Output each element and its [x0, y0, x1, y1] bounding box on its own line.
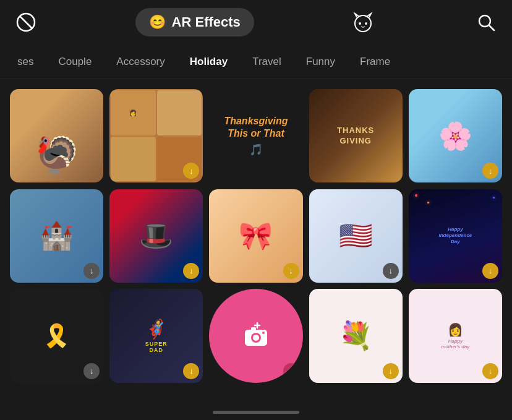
ar-effects-label: AR Effects — [172, 14, 241, 30]
search-button[interactable] — [472, 9, 500, 36]
category-item-funny[interactable]: Funny — [295, 51, 346, 73]
svg-point-3 — [359, 22, 361, 25]
effects-grid: 🦃 👩 ↓ ThanksgivingThis or That 🎵 THANKSG… — [0, 79, 512, 420]
cat-icon-btn[interactable] — [349, 9, 377, 36]
header: 😊 AR Effects — [0, 0, 512, 45]
download-badge[interactable]: ↓ — [83, 363, 100, 379]
card-title: ThanksgivingThis or That — [224, 115, 288, 139]
list-item[interactable]: 🦃 — [10, 89, 103, 182]
download-badge[interactable]: ↓ — [83, 263, 100, 279]
category-item-poses[interactable]: ses — [6, 51, 45, 73]
download-badge[interactable]: ↓ — [383, 363, 399, 379]
download-badge[interactable]: ↓ — [482, 363, 498, 379]
svg-point-2 — [355, 15, 371, 32]
list-item[interactable]: 🎗️ ↓ — [10, 289, 103, 382]
list-item[interactable]: THANKSGIVING — [309, 89, 403, 182]
download-badge[interactable]: ↓ — [482, 163, 498, 179]
thanks-giving-text: THANKSGIVING — [337, 126, 374, 147]
list-item[interactable]: HappyIndependenceDay ↓ — [409, 189, 502, 283]
search-icon — [476, 12, 496, 32]
list-item[interactable]: 🏰 ↓ — [10, 189, 103, 283]
download-badge[interactable]: ↓ — [183, 363, 199, 379]
list-item[interactable]: 🦸 SUPERDAD ↓ — [109, 289, 203, 382]
category-item-travel[interactable]: Travel — [241, 51, 292, 73]
download-badge[interactable]: ↓ — [283, 263, 299, 279]
download-badge[interactable]: ↓ — [482, 263, 498, 279]
list-item[interactable]: 💐 ↓ — [309, 289, 403, 382]
no-icon — [16, 12, 36, 32]
svg-point-9 — [253, 335, 259, 341]
download-badge[interactable]: ↓ — [183, 263, 199, 279]
category-item-accessory[interactable]: Accessory — [105, 51, 176, 73]
svg-line-1 — [20, 16, 32, 28]
scroll-indicator — [213, 411, 299, 414]
list-item[interactable]: 🎀 ↓ — [209, 189, 302, 283]
svg-point-4 — [365, 22, 367, 25]
cat-icon — [352, 11, 374, 33]
category-item-holiday[interactable]: Holiday — [179, 51, 239, 73]
card-note: 🎵 — [249, 143, 263, 156]
svg-point-11 — [262, 332, 265, 334]
list-item[interactable]: 👩 Happymother's day ↓ — [409, 289, 502, 382]
category-item-couple[interactable]: Couple — [47, 51, 103, 73]
camera-icon — [242, 322, 270, 349]
category-bar: ses Couple Accessory Holiday Travel Funn… — [0, 45, 512, 79]
list-item[interactable]: 🌸 ↓ — [409, 89, 502, 182]
list-item[interactable]: 🇺🇸 ↓ — [309, 189, 403, 283]
no-button[interactable] — [12, 9, 40, 36]
svg-line-6 — [489, 25, 494, 30]
list-item[interactable]: ThanksgivingThis or That 🎵 — [209, 89, 302, 182]
category-item-frame[interactable]: Frame — [349, 51, 401, 73]
camera-button[interactable]: ↓ — [209, 289, 302, 382]
app-container: 😊 AR Effects ses Couple Accessory Holida — [0, 0, 512, 420]
svg-rect-10 — [251, 327, 256, 331]
face-icon: 😊 — [149, 14, 166, 30]
list-item[interactable]: 🎩 ↓ — [109, 189, 203, 283]
download-badge[interactable]: ↓ — [383, 263, 399, 279]
ar-effects-pill[interactable]: 😊 AR Effects — [135, 8, 254, 36]
download-badge[interactable]: ↓ — [283, 363, 299, 379]
list-item[interactable]: 👩 ↓ — [109, 89, 203, 182]
